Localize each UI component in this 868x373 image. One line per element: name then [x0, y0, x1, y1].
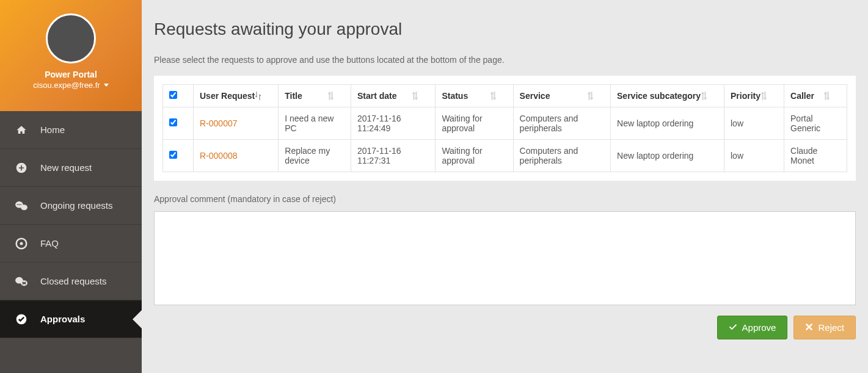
- cell-title: I need a new PC: [279, 107, 351, 140]
- cell-subcategory: New laptop ordering: [611, 107, 724, 140]
- cell-priority: low: [724, 140, 784, 172]
- reject-button[interactable]: Reject: [793, 316, 856, 339]
- table-body: R-000007I need a new PC2017-11-16 11:24:…: [163, 107, 847, 172]
- sidebar-item-label: Closed requests: [40, 276, 106, 286]
- cell-status: Waiting for approval: [436, 107, 513, 140]
- cell-subcategory: New laptop ordering: [611, 140, 724, 172]
- svg-point-7: [20, 242, 23, 245]
- profile-email-dropdown[interactable]: cisou.expe@free.fr: [33, 81, 108, 90]
- sidebar-item-label: FAQ: [40, 238, 59, 248]
- sort-icon: [490, 92, 497, 100]
- svg-point-4: [19, 204, 20, 205]
- closed-requests-icon: [15, 275, 28, 288]
- sort-icon: [701, 92, 708, 100]
- column-header[interactable]: Service: [513, 85, 610, 107]
- caret-down-icon: [104, 84, 109, 87]
- cell-status: Waiting for approval: [436, 140, 513, 172]
- cell-priority: low: [724, 107, 784, 140]
- request-link[interactable]: R-000007: [200, 118, 238, 128]
- sidebar-item-closed-requests[interactable]: Closed requests: [0, 263, 142, 300]
- approvals-icon: [15, 313, 28, 325]
- approve-button[interactable]: Approve: [717, 316, 788, 339]
- new-request-icon: [15, 162, 28, 174]
- avatar: [46, 13, 96, 63]
- faq-icon: [15, 237, 28, 250]
- select-all-cell: [163, 85, 194, 107]
- cell-request: R-000007: [194, 107, 279, 140]
- column-header[interactable]: Service subcategory: [611, 85, 724, 107]
- select-all-checkbox[interactable]: [169, 91, 177, 99]
- cell-request: R-000008: [194, 140, 279, 172]
- request-link[interactable]: R-000008: [200, 151, 238, 161]
- approval-comment-input[interactable]: [154, 211, 856, 305]
- approve-button-label: Approve: [742, 322, 776, 333]
- cell-caller: Claude Monet: [784, 140, 847, 172]
- reject-button-label: Reject: [818, 322, 844, 333]
- column-header-label: Service subcategory: [617, 91, 701, 101]
- svg-point-5: [20, 204, 21, 205]
- ongoing-requests-icon: [15, 200, 28, 212]
- cell-start-date: 2017-11-16 11:27:31: [351, 140, 435, 172]
- row-checkbox[interactable]: [169, 151, 177, 159]
- column-header-label: Status: [442, 91, 468, 101]
- main-content: Requests awaiting your approval Please s…: [142, 0, 868, 373]
- requests-card: User RequestTitleStart dateStatusService…: [154, 76, 856, 181]
- sidebar-item-faq[interactable]: FAQ: [0, 225, 142, 263]
- requests-table: User RequestTitleStart dateStatusService…: [162, 84, 847, 172]
- column-header[interactable]: Title: [279, 85, 351, 107]
- sort-icon: [327, 92, 335, 100]
- sort-icon: [760, 92, 768, 100]
- profile-email: cisou.expe@free.fr: [33, 81, 100, 90]
- sort-icon: [255, 92, 262, 100]
- column-header-label: User Request: [200, 91, 255, 101]
- sidebar-item-new-request[interactable]: New request: [0, 149, 142, 187]
- cell-caller: Portal Generic: [784, 107, 847, 140]
- cell-service: Computers and peripherals: [513, 107, 610, 140]
- sidebar-item-approvals[interactable]: Approvals: [0, 300, 142, 338]
- column-header-label: Priority: [731, 91, 760, 101]
- sidebar-item-home[interactable]: Home: [0, 111, 142, 149]
- column-header[interactable]: Status: [436, 85, 513, 107]
- column-header[interactable]: User Request: [194, 85, 279, 107]
- cell-start-date: 2017-11-16 11:24:49: [351, 107, 435, 140]
- page-title: Requests awaiting your approval: [154, 20, 856, 39]
- sidebar-item-label: Home: [40, 125, 65, 135]
- sidebar-item-label: Approvals: [40, 314, 85, 324]
- profile-name: Power Portal: [45, 70, 97, 79]
- check-icon: [729, 322, 737, 333]
- table-row: R-000007I need a new PC2017-11-16 11:24:…: [163, 107, 847, 140]
- close-icon: [805, 322, 813, 333]
- nav-list: HomeNew requestOngoing requestsFAQClosed…: [0, 111, 142, 338]
- sort-icon: [587, 92, 594, 100]
- column-header-label: Title: [285, 91, 302, 101]
- page-description: Please select the requests to approve an…: [154, 55, 856, 65]
- row-checkbox[interactable]: [169, 118, 177, 126]
- home-icon: [15, 124, 28, 136]
- sidebar-item-label: New request: [40, 162, 92, 173]
- cell-service: Computers and peripherals: [513, 140, 610, 172]
- table-row: R-000008Replace my device2017-11-16 11:2…: [163, 140, 847, 172]
- row-select-cell: [163, 107, 194, 140]
- svg-point-3: [17, 204, 18, 205]
- sidebar: Power Portal cisou.expe@free.fr HomeNew …: [0, 0, 142, 373]
- sidebar-item-ongoing-requests[interactable]: Ongoing requests: [0, 187, 142, 225]
- column-header[interactable]: Start date: [351, 85, 435, 107]
- profile-panel: Power Portal cisou.expe@free.fr: [0, 0, 142, 111]
- sidebar-item-label: Ongoing requests: [40, 200, 112, 211]
- column-header-label: Service: [520, 91, 550, 101]
- column-header[interactable]: Caller: [784, 85, 847, 107]
- sort-icon: [823, 92, 831, 100]
- action-row: Approve Reject: [154, 316, 856, 339]
- cell-title: Replace my device: [279, 140, 351, 172]
- sort-icon: [412, 92, 419, 100]
- column-header[interactable]: Priority: [724, 85, 784, 107]
- table-header-row: User RequestTitleStart dateStatusService…: [163, 85, 847, 107]
- row-select-cell: [163, 140, 194, 172]
- column-header-label: Caller: [790, 91, 814, 101]
- svg-point-2: [21, 205, 27, 210]
- column-header-label: Start date: [357, 91, 397, 101]
- comment-label: Approval comment (mandatory in case of r…: [154, 194, 856, 204]
